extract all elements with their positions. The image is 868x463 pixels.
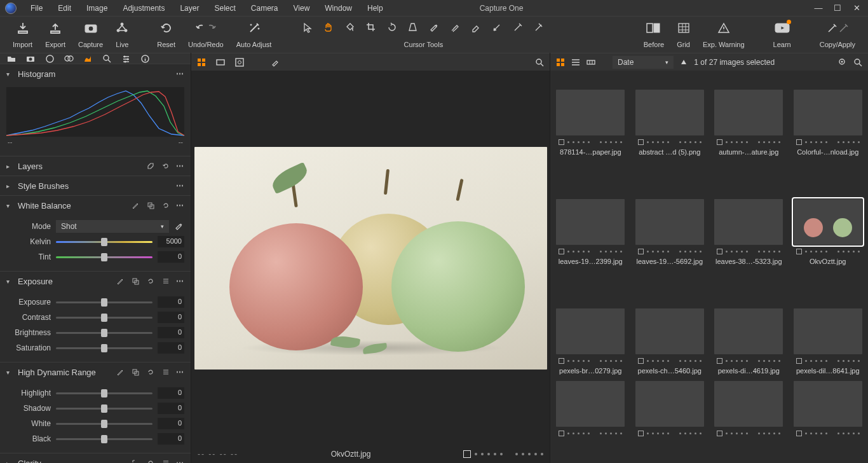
thumbnail-rating[interactable]: [638, 139, 702, 145]
thumbnail[interactable]: Colorful-…nload.jpg: [793, 90, 864, 156]
viewer-stage[interactable]: [191, 71, 550, 445]
draw-icon[interactable]: [115, 367, 125, 377]
tab-color-icon[interactable]: [64, 53, 74, 64]
thumbnail[interactable]: autumn-…ature.jpg: [714, 90, 784, 156]
menu-help[interactable]: Help: [360, 1, 391, 15]
live-button[interactable]: Live: [109, 20, 135, 48]
eyedropper-icon[interactable]: [174, 221, 184, 232]
thumbnail-rating[interactable]: [638, 357, 702, 364]
tab-library-icon[interactable]: [6, 53, 17, 64]
view-proof-icon[interactable]: [234, 57, 245, 67]
exposure-slider[interactable]: [56, 317, 153, 319]
thumbnail-rating[interactable]: [796, 139, 860, 145]
thumbnail-rating[interactable]: [559, 139, 622, 145]
capture-button[interactable]: Capture: [72, 20, 109, 48]
thumbnail-rating[interactable]: [796, 430, 860, 436]
exposure-slider[interactable]: [56, 347, 153, 349]
thumbnail-rating[interactable]: [717, 248, 780, 254]
tab-capture-icon[interactable]: [25, 53, 36, 64]
draw-icon[interactable]: [130, 200, 140, 211]
chevron-down-icon[interactable]: ▾: [6, 202, 13, 209]
export-button[interactable]: Export: [39, 20, 72, 48]
thumbnail[interactable]: leaves-19…-5692.jpg: [635, 199, 705, 265]
menu-camera[interactable]: Camera: [243, 1, 286, 15]
before-button[interactable]: Before: [637, 20, 670, 48]
reset-button[interactable]: Reset: [151, 20, 182, 48]
window-close-icon[interactable]: ✕: [850, 3, 863, 13]
hdr-slider[interactable]: [56, 392, 153, 394]
learn-button[interactable]: Learn: [767, 20, 797, 48]
thumbnail[interactable]: leaves-19…2399.jpg: [555, 199, 626, 265]
thumbnail-rating[interactable]: [796, 248, 860, 254]
menu-adjustments[interactable]: Adjustments: [115, 1, 172, 15]
tab-adjustments-icon[interactable]: [121, 53, 131, 64]
chevron-down-icon[interactable]: ▾: [6, 369, 13, 376]
window-minimize-icon[interactable]: —: [812, 3, 825, 13]
exp-warning-button[interactable]: Exp. Warning: [696, 20, 751, 48]
thumbnail-rating[interactable]: [559, 357, 622, 364]
view-eyedropper-icon[interactable]: [270, 57, 280, 67]
reset-icon[interactable]: [161, 200, 171, 211]
menu-select[interactable]: Select: [207, 1, 243, 15]
menu-edit[interactable]: Edit: [50, 1, 79, 15]
heal-tool-icon[interactable]: [534, 22, 543, 34]
hdr-slider[interactable]: [56, 438, 153, 440]
preset-icon[interactable]: [161, 367, 171, 377]
thumbnail[interactable]: leaves-38…-5323.jpg: [714, 199, 784, 265]
thumbnail[interactable]: [635, 381, 705, 439]
menu-window[interactable]: Window: [317, 1, 360, 15]
pointer-tool-icon[interactable]: [303, 22, 312, 34]
browser-filmstrip-icon[interactable]: [586, 57, 596, 67]
grid-button[interactable]: Grid: [670, 20, 696, 48]
wb-mode-select[interactable]: Shot▾: [56, 220, 169, 233]
brush-tool-icon[interactable]: [450, 22, 459, 34]
thumbnail[interactable]: 878114-…paper.jpg: [555, 90, 626, 156]
thumbnail[interactable]: pexels-dil…8641.jpg: [793, 308, 864, 375]
viewer-rating[interactable]: [463, 450, 543, 458]
chevron-right-icon[interactable]: ▸: [6, 183, 13, 190]
tab-lens-icon[interactable]: [44, 53, 55, 64]
hdr-value[interactable]: 0: [158, 387, 184, 399]
menu-view[interactable]: View: [286, 1, 318, 15]
chevron-down-icon[interactable]: ▾: [6, 278, 13, 285]
exposure-value[interactable]: 0: [158, 312, 184, 323]
preset-icon[interactable]: [161, 276, 171, 286]
section-menu-icon[interactable]: ⋯: [176, 181, 184, 190]
thumbnail-rating[interactable]: [796, 357, 860, 364]
copy-apply-button[interactable]: Copy/Apply: [813, 20, 862, 48]
hdr-value[interactable]: 0: [158, 403, 184, 414]
copy-icon[interactable]: [130, 367, 140, 377]
hdr-slider[interactable]: [56, 408, 153, 410]
reset-icon[interactable]: [146, 458, 156, 463]
copy-icon[interactable]: [146, 200, 156, 211]
thumbnail[interactable]: abstract …d (5).png: [635, 90, 705, 156]
expand-icon[interactable]: [130, 458, 140, 463]
tab-details-icon[interactable]: [102, 53, 112, 64]
browser-zoom-icon[interactable]: [837, 57, 848, 67]
thumbnail[interactable]: [793, 381, 864, 439]
section-menu-icon[interactable]: ⋯: [176, 459, 184, 463]
crop-tool-icon[interactable]: [366, 22, 376, 34]
hand-tool-icon[interactable]: [323, 22, 334, 34]
bucket-tool-icon[interactable]: [345, 22, 355, 34]
chevron-right-icon[interactable]: ▸: [6, 163, 13, 170]
thumbnail-rating[interactable]: [638, 430, 702, 436]
window-maximize-icon[interactable]: ☐: [831, 3, 844, 13]
import-button[interactable]: Import: [6, 20, 39, 48]
exposure-slider[interactable]: [56, 301, 153, 303]
thumbnail-rating[interactable]: [559, 430, 622, 436]
thumbnail[interactable]: pexels-br…0279.jpg: [555, 308, 626, 375]
section-menu-icon[interactable]: ⋯: [176, 162, 184, 170]
radial-tool-icon[interactable]: [513, 22, 522, 34]
section-menu-icon[interactable]: ⋯: [176, 368, 184, 377]
thumbnail-rating[interactable]: [717, 139, 780, 145]
browser-list-icon[interactable]: [571, 57, 581, 67]
menu-image[interactable]: Image: [79, 1, 115, 15]
hdr-value[interactable]: 0: [158, 418, 184, 429]
section-menu-icon[interactable]: ⋯: [176, 277, 184, 286]
exposure-value[interactable]: 0: [158, 296, 184, 308]
keystone-tool-icon[interactable]: [408, 22, 417, 34]
tint-value[interactable]: 0: [158, 251, 184, 263]
thumbnail[interactable]: pexels-ch…5460.jpg: [635, 308, 705, 375]
preset-icon[interactable]: [161, 458, 171, 463]
